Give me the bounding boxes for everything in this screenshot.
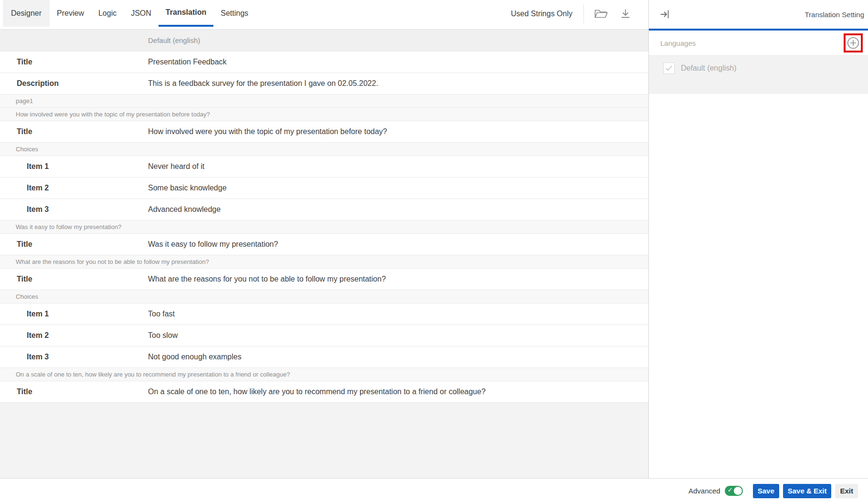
- advanced-toggle-label: Advanced: [688, 487, 720, 495]
- tab-settings[interactable]: Settings: [213, 0, 255, 27]
- export-button[interactable]: [620, 8, 631, 20]
- group-header-row: What are the reasons for you not to be a…: [0, 255, 648, 269]
- string-row: TitleHow involved were you with the topi…: [0, 121, 648, 143]
- string-label: Title: [0, 275, 148, 283]
- survey-creator-app: Used Strings Only: [0, 0, 868, 503]
- string-value[interactable]: How involved were you with the topic of …: [148, 127, 648, 136]
- import-button[interactable]: [594, 8, 608, 20]
- group-header-row: On a scale of one to ten, how likely are…: [0, 368, 648, 381]
- add-language-button[interactable]: [847, 37, 859, 49]
- exit-button[interactable]: Exit: [835, 484, 858, 498]
- string-label: Description: [0, 79, 148, 88]
- group-header-label: What are the reasons for you not to be a…: [0, 258, 209, 265]
- string-row: TitleOn a scale of one to ten, how likel…: [0, 381, 648, 403]
- group-header-label: How involved were you with the topic of …: [0, 111, 210, 118]
- string-row: Item 2Too slow: [0, 325, 648, 346]
- save-and-exit-button[interactable]: Save & Exit: [783, 484, 832, 498]
- string-label: Item 1: [0, 310, 148, 318]
- string-row: Item 3Advanced knowledge: [0, 199, 648, 220]
- string-row: Item 2Some basic knowledge: [0, 178, 648, 199]
- default-language-checkbox[interactable]: [663, 63, 675, 74]
- default-language-label: Default (english): [681, 63, 737, 74]
- content-area: Used Strings Only: [0, 0, 868, 478]
- tab-bar: Used Strings Only: [0, 0, 648, 30]
- string-label: Title: [0, 388, 148, 396]
- download-icon: [620, 8, 631, 20]
- string-label: Item 3: [0, 205, 148, 214]
- string-label: Title: [0, 127, 148, 136]
- toggle-check-icon: ✓: [728, 486, 733, 493]
- translation-main-region: Used Strings Only: [0, 0, 648, 478]
- tab-preview[interactable]: Preview: [50, 0, 91, 27]
- add-language-plus-icon: [847, 37, 859, 49]
- string-value[interactable]: Never heard of it: [148, 162, 648, 171]
- advanced-toggle[interactable]: ✓: [725, 486, 743, 496]
- translation-table: Default (english) TitlePresentation Feed…: [0, 30, 648, 403]
- string-row: TitleWas it easy to follow my presentati…: [0, 234, 648, 255]
- collapse-panel-button[interactable]: [659, 9, 671, 20]
- toolbar-divider: [583, 4, 584, 23]
- locale-column-header: Default (english): [148, 36, 200, 44]
- tab-logic[interactable]: Logic: [91, 0, 124, 27]
- translation-toolbar: Used Strings Only: [511, 0, 631, 28]
- string-row: Item 1Never heard of it: [0, 156, 648, 178]
- string-value[interactable]: This is a feedback survey for the presen…: [148, 79, 648, 88]
- default-language-item: Default (english): [649, 56, 868, 94]
- group-header-row: page1: [0, 94, 648, 108]
- used-strings-only-toggle[interactable]: Used Strings Only: [511, 10, 572, 18]
- open-folder-icon: [594, 8, 608, 20]
- string-value[interactable]: Advanced knowledge: [148, 205, 648, 214]
- string-value[interactable]: Not good enough examples: [148, 353, 648, 361]
- string-row: TitleWhat are the reasons for you not to…: [0, 269, 648, 290]
- string-label: Item 2: [0, 184, 148, 192]
- tab-translation[interactable]: Translation: [159, 0, 213, 27]
- string-value[interactable]: Too fast: [148, 310, 648, 318]
- string-label: Item 1: [0, 162, 148, 171]
- save-button[interactable]: Save: [753, 484, 779, 498]
- tab-json[interactable]: JSON: [124, 0, 159, 27]
- translation-settings-panel: Translation Setting Languages: [648, 0, 868, 478]
- tab-designer[interactable]: Designer: [3, 0, 50, 27]
- collapse-panel-icon: [659, 9, 671, 20]
- string-value[interactable]: Some basic knowledge: [148, 184, 648, 192]
- group-header-label: Was it easy to follow my presentation?: [0, 223, 121, 231]
- string-row: Item 1Too fast: [0, 304, 648, 325]
- languages-label: Languages: [660, 39, 696, 47]
- toggle-knob: [734, 487, 742, 495]
- group-header-row: Choices: [0, 143, 648, 156]
- string-row: DescriptionThis is a feedback survey for…: [0, 73, 648, 94]
- languages-row: Languages: [649, 31, 868, 56]
- string-value[interactable]: Too slow: [148, 331, 648, 340]
- group-header-label: Choices: [0, 146, 38, 153]
- string-label: Item 2: [0, 331, 148, 340]
- group-header-label: Choices: [0, 293, 38, 300]
- group-header-label: On a scale of one to ten, how likely are…: [0, 371, 290, 378]
- string-value[interactable]: On a scale of one to ten, how likely are…: [148, 388, 648, 396]
- panel-header: Translation Setting: [649, 0, 868, 31]
- string-label: Item 3: [0, 353, 148, 361]
- string-row: Item 3Not good enough examples: [0, 346, 648, 368]
- panel-title: Translation Setting: [804, 10, 864, 19]
- string-value[interactable]: Was it easy to follow my presentation?: [148, 240, 648, 249]
- group-header-row: Choices: [0, 290, 648, 304]
- group-header-label: page1: [0, 97, 33, 105]
- string-value[interactable]: What are the reasons for you not to be a…: [148, 275, 648, 283]
- group-header-row: Was it easy to follow my presentation?: [0, 220, 648, 234]
- string-label: Title: [0, 240, 148, 249]
- footer-bar: Advanced ✓ Save Save & Exit Exit: [0, 478, 868, 503]
- group-header-row: How involved were you with the topic of …: [0, 108, 648, 121]
- string-value[interactable]: Presentation Feedback: [148, 58, 648, 66]
- table-header-row: Default (english): [0, 30, 648, 52]
- string-row: TitlePresentation Feedback: [0, 52, 648, 73]
- string-label: Title: [0, 58, 148, 66]
